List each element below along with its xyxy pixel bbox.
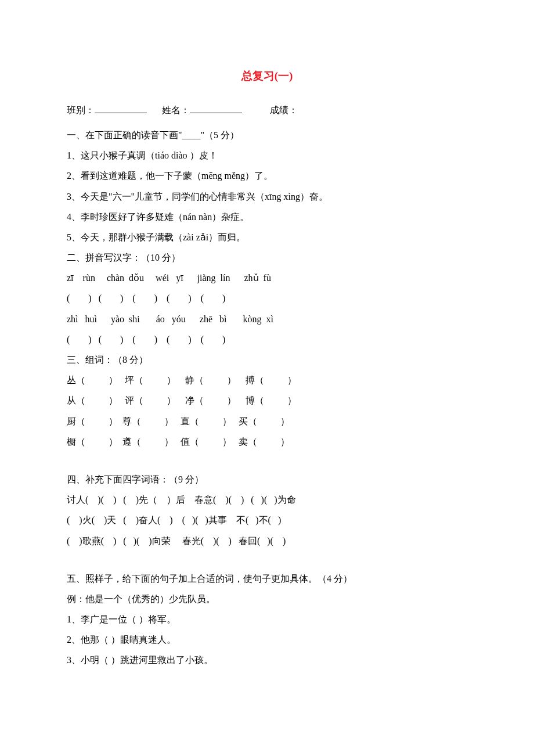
student-info-line: 班别： 姓名： 成绩：: [67, 100, 467, 120]
section-5-label: 五、照样子，给下面的句子加上合适的词，使句子更加具体。（4 分）: [67, 568, 467, 589]
section-3-label: 三、组词：（8 分）: [67, 350, 467, 370]
section-5-item-2[interactable]: 2、他那（ ）眼睛真迷人。: [67, 629, 467, 650]
section-1-item-3: 3、今天是"六一"儿童节，同学们的心情非常兴（xīng xìng）奋。: [67, 186, 467, 207]
section-1-item-4: 4、李时珍医好了许多疑难（nán nàn）杂症。: [67, 207, 467, 227]
section-4-row-2[interactable]: ( )火( )天 ( )奋人( ) ( )( )其事 不( )不( ): [67, 510, 467, 530]
document-title: 总复习(一): [67, 64, 467, 88]
section-1-item-1: 1、这只小猴子真调（tiáo diào ）皮！: [67, 145, 467, 165]
score-label: 成绩：: [270, 105, 298, 115]
section-2-pinyin-row-2: zhì huì yào shi áo yóu zhē bì kòng xì: [67, 309, 467, 329]
section-2-label: 二、拼音写汉字：（10 分）: [67, 247, 467, 268]
section-4-row-1[interactable]: 讨人( )( ) ( )先（ ）后 春意( )( ) ( )( )为命: [67, 489, 467, 510]
section-2-paren-row-1[interactable]: ( ) ( ) ( ) ( ) ( ): [67, 288, 467, 308]
class-label: 班别：: [67, 105, 95, 115]
section-3-row-3[interactable]: 厨（ ） 尊（ ） 直（ ） 买（ ）: [67, 411, 467, 431]
section-3-row-1[interactable]: 丛（ ） 坪（ ） 静（ ） 搏（ ）: [67, 370, 467, 390]
section-1-item-5: 5、今天，那群小猴子满载（zài zǎi）而归。: [67, 227, 467, 247]
section-3-row-4[interactable]: 橱（ ） 遵（ ） 值（ ） 卖（ ）: [67, 431, 467, 452]
section-5-example: 例：他是一个（优秀的）少先队员。: [67, 589, 467, 609]
section-4-label: 四、补充下面四字词语：（9 分）: [67, 469, 467, 489]
name-blank[interactable]: [190, 104, 242, 113]
section-1-item-2: 2、看到这道难题，他一下子蒙（mēng měng）了。: [67, 165, 467, 186]
section-2-pinyin-row-1: zī rùn chàn dǒu wéi yī jiàng lín zhǔ fù: [67, 268, 467, 288]
section-2-paren-row-2[interactable]: ( ) ( ) ( ) ( ) ( ): [67, 329, 467, 350]
section-3-row-2[interactable]: 从（ ） 评（ ） 净（ ） 博（ ）: [67, 390, 467, 411]
name-label: 姓名：: [162, 105, 190, 115]
section-4-row-3[interactable]: ( )歌燕( ) ( )( )向荣 春光( )( ) 春回( )( ): [67, 531, 467, 551]
section-1-label: 一、在下面正确的读音下画"____"（5 分）: [67, 125, 467, 145]
class-blank[interactable]: [95, 104, 147, 113]
section-5-item-1[interactable]: 1、李广是一位（ ）将军。: [67, 609, 467, 629]
section-5-item-3[interactable]: 3、小明（ ）跳进河里救出了小孩。: [67, 650, 467, 670]
